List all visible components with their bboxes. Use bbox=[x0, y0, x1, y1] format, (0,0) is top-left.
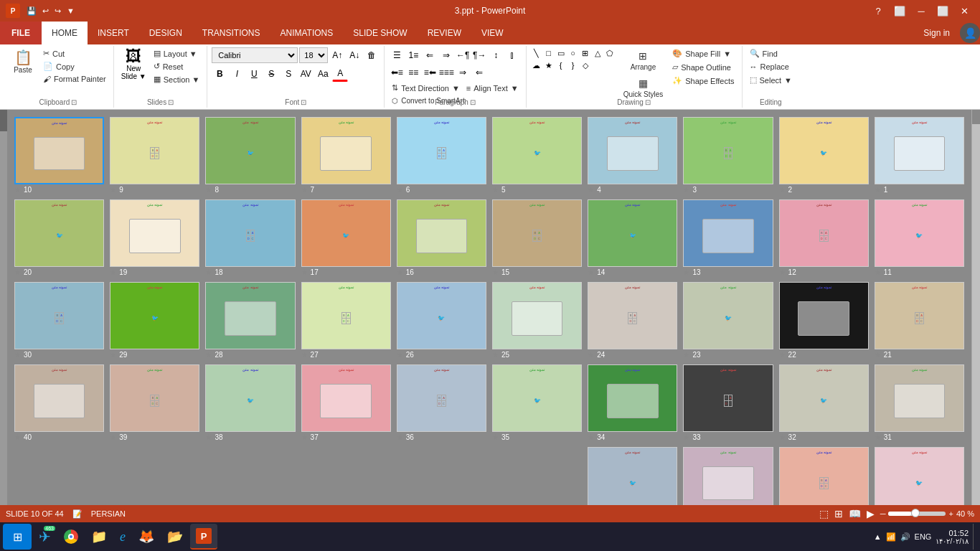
cut-btn[interactable]: ✂ Cut bbox=[40, 47, 109, 60]
slide-item-17[interactable]: نمونه متن 🐦 17★ bbox=[300, 198, 392, 278]
slide-star-28[interactable]: ★ bbox=[205, 351, 212, 359]
slide-item-39[interactable]: نمونه متن ABCD 39★ bbox=[108, 363, 201, 443]
section-btn[interactable]: ▦ Section ▼ bbox=[151, 73, 203, 85]
slide-star-23[interactable]: ★ bbox=[683, 351, 689, 359]
arrange-btn[interactable]: ⊞ Arrange bbox=[620, 47, 667, 74]
slide-star-18[interactable]: ★ bbox=[205, 268, 212, 276]
slide-star-38[interactable]: ★ bbox=[205, 433, 212, 441]
slide-star-20[interactable]: ★ bbox=[14, 268, 21, 276]
select-btn[interactable]: ⬚ Select ▼ bbox=[747, 74, 795, 86]
view-slideshow-btn[interactable]: ▶ bbox=[867, 508, 875, 519]
slide-item-44[interactable]: نمونه متن 🐦 44★ bbox=[586, 446, 679, 505]
slide-item-18[interactable]: نمونه متن ABCD 18★ bbox=[204, 198, 296, 278]
shape-star[interactable]: ★ bbox=[543, 60, 555, 71]
smart-art-btn[interactable]: ⇒ bbox=[455, 65, 471, 80]
shape-brace[interactable]: } bbox=[567, 60, 579, 71]
slide-star-40[interactable]: ★ bbox=[14, 433, 21, 441]
slide-item-9[interactable]: نمونه متن ABCD 9★ bbox=[108, 116, 201, 195]
redo-btn[interactable]: ↪ bbox=[52, 5, 63, 17]
shape-effects-btn[interactable]: ✨ Shape Effects bbox=[669, 75, 737, 87]
slide-star-10[interactable]: ★ bbox=[14, 186, 21, 194]
slide-item-41[interactable]: نمونه متن 🐦 41★ bbox=[873, 446, 966, 505]
tab-review[interactable]: REVIEW bbox=[418, 22, 471, 44]
notes-btn[interactable]: 📝 bbox=[72, 509, 83, 519]
justify-btn[interactable]: ≡≡≡ bbox=[438, 65, 454, 80]
slide-star-25[interactable]: ★ bbox=[492, 351, 499, 359]
slide-star-2[interactable]: ★ bbox=[779, 186, 786, 194]
zoom-out-btn[interactable]: ─ bbox=[880, 509, 886, 518]
indent-increase-btn[interactable]: ⇒ bbox=[438, 47, 454, 63]
underline-btn[interactable]: U bbox=[246, 66, 262, 82]
tab-transitions[interactable]: TRANSITIONS bbox=[192, 22, 270, 44]
slide-item-20[interactable]: نمونه متن 🐦 20★ bbox=[13, 198, 105, 278]
shape-callout[interactable]: ☁ bbox=[531, 60, 542, 71]
layout-btn[interactable]: ▤ Layout ▼ bbox=[151, 47, 203, 60]
clipboard-expand-icon[interactable]: ⊡ bbox=[71, 98, 77, 106]
shape-arrow[interactable]: △ bbox=[592, 47, 603, 59]
taskbar-telegram[interactable]: ✈ 463 bbox=[33, 524, 57, 550]
slide-item-10[interactable]: نمونه متن 10★ bbox=[13, 116, 105, 195]
slide-item-29[interactable]: نمونه متن 🐦 29★ bbox=[108, 281, 201, 360]
minimize-btn[interactable]: ─ bbox=[911, 1, 931, 21]
slide-item-36[interactable]: نمونه متن ABCD 36★ bbox=[395, 363, 488, 443]
font-color-btn[interactable]: A bbox=[332, 66, 348, 82]
slide-star-21[interactable]: ★ bbox=[875, 351, 881, 359]
font-size-select[interactable]: 18 bbox=[299, 47, 328, 63]
tab-animations[interactable]: ANIMATIONS bbox=[270, 22, 343, 44]
slide-star-16[interactable]: ★ bbox=[397, 268, 403, 276]
slide-star-37[interactable]: ★ bbox=[301, 433, 308, 441]
indent-decrease-btn[interactable]: ⇐ bbox=[422, 47, 438, 63]
slide-star-1[interactable]: ★ bbox=[875, 186, 881, 194]
new-slide-btn[interactable]: 🖼 New Slide ▼ bbox=[118, 47, 149, 82]
slide-star-14[interactable]: ★ bbox=[588, 268, 594, 276]
text-direction-btn[interactable]: ⇅ Text Direction ▼ bbox=[389, 82, 463, 94]
slide-star-33[interactable]: ★ bbox=[683, 433, 689, 441]
slide-star-39[interactable]: ★ bbox=[110, 433, 116, 441]
slide-star-19[interactable]: ★ bbox=[110, 268, 116, 276]
change-case-btn[interactable]: Aa bbox=[315, 66, 331, 82]
slide-star-13[interactable]: ★ bbox=[683, 268, 689, 276]
slide-item-27[interactable]: نمونه متن ABCD 27★ bbox=[300, 281, 392, 360]
align-left-btn[interactable]: ⬅≡ bbox=[389, 65, 405, 80]
slide-item-6[interactable]: نمونه متن ABCD 6★ bbox=[395, 116, 488, 195]
slide-item-11[interactable]: نمونه متن 🐦 11★ bbox=[873, 198, 966, 278]
tab-home[interactable]: HOME bbox=[42, 22, 88, 44]
slide-item-34[interactable]: نمونه متن 34★ bbox=[586, 363, 679, 443]
slide-item-4[interactable]: نمونه متن 4★ bbox=[586, 116, 679, 195]
slide-star-24[interactable]: ★ bbox=[588, 351, 594, 359]
decrease-font-btn[interactable]: A↓ bbox=[347, 47, 362, 63]
taskbar-powerpoint[interactable]: P bbox=[190, 524, 217, 550]
zoom-slider[interactable] bbox=[888, 512, 946, 516]
help-btn[interactable]: ? bbox=[868, 1, 888, 21]
slide-item-42[interactable]: نمونه متن ABCD 42★ bbox=[778, 446, 870, 505]
slides-expand-icon[interactable]: ⊡ bbox=[168, 98, 174, 106]
user-avatar[interactable]: 👤 bbox=[960, 23, 980, 43]
tab-file[interactable]: FILE bbox=[0, 22, 42, 44]
clear-formatting-btn[interactable]: 🗑 bbox=[364, 47, 380, 63]
slide-item-8[interactable]: نمونه متن 🐦 8★ bbox=[204, 116, 296, 195]
slide-star-34[interactable]: ★ bbox=[588, 433, 594, 441]
align-center-btn[interactable]: ≡≡ bbox=[405, 65, 421, 80]
sign-in-btn[interactable]: Sign in bbox=[916, 28, 957, 38]
slide-item-12[interactable]: نمونه متن ABCD 12★ bbox=[778, 198, 870, 278]
scroll-thumb[interactable] bbox=[972, 110, 980, 124]
align-right-btn[interactable]: ≡⬅ bbox=[422, 65, 438, 80]
slide-item-15[interactable]: نمونه متن ABCD 15★ bbox=[491, 198, 583, 278]
slide-star-5[interactable]: ★ bbox=[492, 186, 499, 194]
slide-star-29[interactable]: ★ bbox=[110, 351, 116, 359]
slide-star-7[interactable]: ★ bbox=[301, 186, 308, 194]
slide-item-14[interactable]: نمونه متن 🐦 14★ bbox=[586, 198, 679, 278]
slide-item-13[interactable]: نمونه متن 13★ bbox=[682, 198, 774, 278]
slide-star-32[interactable]: ★ bbox=[779, 433, 786, 441]
slide-star-27[interactable]: ★ bbox=[301, 351, 308, 359]
slide-item-32[interactable]: نمونه متن 🐦 32★ bbox=[778, 363, 870, 443]
replace-btn[interactable]: ↔ Replace bbox=[747, 61, 792, 72]
start-btn[interactable]: ⊞ bbox=[3, 524, 32, 550]
customize-btn[interactable]: ▼ bbox=[65, 5, 77, 17]
slide-star-11[interactable]: ★ bbox=[875, 268, 881, 276]
slide-star-3[interactable]: ★ bbox=[683, 186, 689, 194]
decrease-margin-btn[interactable]: ⇐ bbox=[471, 65, 487, 80]
shape-line[interactable]: ╲ bbox=[531, 47, 542, 59]
quick-styles-btn[interactable]: ▦ Quick Styles bbox=[620, 75, 667, 100]
para-expand-icon[interactable]: ⊡ bbox=[470, 98, 476, 106]
